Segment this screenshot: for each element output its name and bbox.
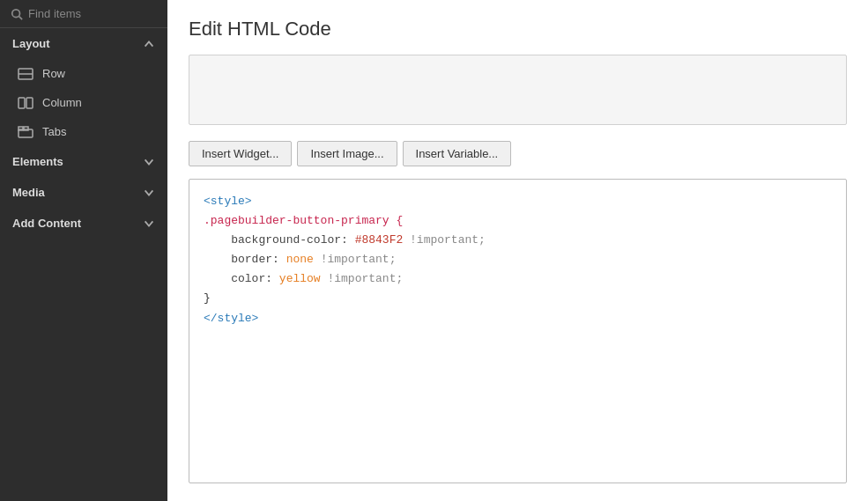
svg-rect-8: [24, 127, 28, 130]
insert-image-button[interactable]: Insert Image...: [297, 141, 397, 166]
code-line-2: .pagebuilder-button-primary {: [204, 211, 832, 231]
sidebar-section-media[interactable]: Media: [0, 177, 167, 208]
sidebar-section-add-content[interactable]: Add Content: [0, 208, 167, 239]
sidebar: Layout Row Column Tabs Elements: [0, 0, 167, 501]
sidebar-item-tabs[interactable]: Tabs: [0, 117, 167, 146]
column-icon: [18, 97, 33, 109]
sidebar-item-tabs-label: Tabs: [42, 125, 66, 138]
search-input[interactable]: [28, 7, 157, 20]
sidebar-section-add-content-label: Add Content: [12, 217, 81, 230]
page-title: Edit HTML Code: [189, 18, 847, 41]
svg-rect-4: [19, 98, 25, 108]
search-icon: [11, 8, 23, 20]
code-editor[interactable]: <style> .pagebuilder-button-primary { ba…: [189, 179, 847, 483]
sidebar-item-column-label: Column: [42, 96, 82, 109]
insert-widget-button[interactable]: Insert Widget...: [189, 141, 292, 166]
sidebar-section-media-label: Media: [12, 186, 45, 199]
search-bar[interactable]: [0, 0, 167, 28]
chevron-up-icon: [143, 38, 155, 50]
code-line-4: border: none !important;: [204, 250, 832, 269]
code-line-5: color: yellow !important;: [204, 269, 832, 289]
chevron-down-icon-3: [143, 217, 155, 230]
svg-rect-5: [26, 98, 33, 108]
main-content: Edit HTML Code Insert Widget... Insert I…: [167, 0, 868, 501]
sidebar-section-layout[interactable]: Layout: [0, 28, 167, 59]
code-line-1: <style>: [204, 192, 832, 211]
code-line-3: background-color: #8843F2 !important;: [204, 231, 832, 250]
tabs-icon: [18, 126, 33, 138]
sidebar-item-row[interactable]: Row: [0, 59, 167, 88]
sidebar-section-label: Layout: [12, 37, 50, 50]
svg-point-0: [12, 9, 20, 17]
row-icon: [18, 68, 33, 80]
chevron-down-icon: [143, 156, 155, 168]
preview-area: [189, 55, 847, 125]
sidebar-section-elements[interactable]: Elements: [0, 146, 167, 177]
svg-rect-7: [19, 127, 23, 130]
chevron-down-icon-2: [143, 187, 155, 199]
sidebar-item-column[interactable]: Column: [0, 88, 167, 117]
insert-variable-button[interactable]: Insert Variable...: [403, 141, 512, 166]
svg-line-1: [19, 16, 23, 19]
sidebar-section-elements-label: Elements: [12, 155, 63, 168]
code-line-7: </style>: [204, 309, 832, 328]
toolbar-buttons: Insert Widget... Insert Image... Insert …: [189, 141, 847, 166]
sidebar-item-row-label: Row: [42, 67, 65, 80]
code-line-6: }: [204, 289, 832, 308]
